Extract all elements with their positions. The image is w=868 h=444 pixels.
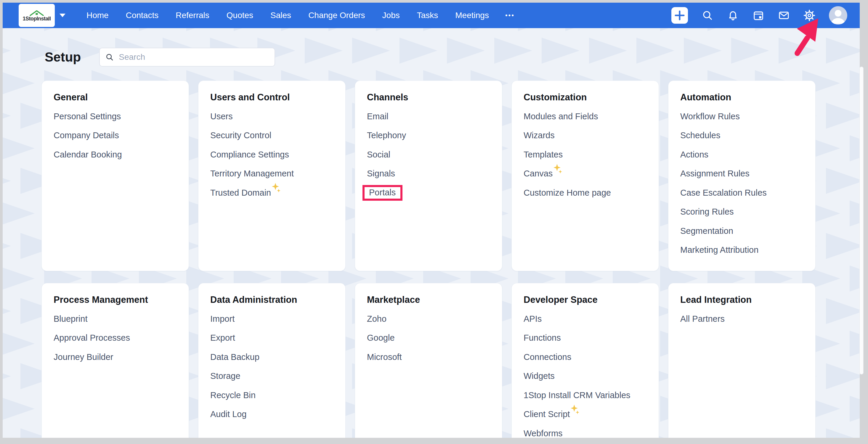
setup-item-blueprint[interactable]: Blueprint — [54, 309, 177, 328]
setup-item-wizards[interactable]: Wizards — [524, 126, 647, 145]
search-icon[interactable] — [702, 9, 713, 21]
item-label: Modules and Fields — [524, 112, 598, 121]
nav-icons — [671, 6, 860, 25]
card-automation: AutomationWorkflow RulesSchedulesActions… — [668, 81, 815, 271]
setup-item-customize-home-page[interactable]: Customize Home page — [524, 183, 647, 202]
setup-item-zoho[interactable]: Zoho — [367, 309, 490, 328]
setup-item-journey-builder[interactable]: Journey Builder — [54, 348, 177, 367]
setup-item-functions[interactable]: Functions — [524, 328, 647, 348]
setup-item-case-escalation-rules[interactable]: Case Escalation Rules — [680, 183, 803, 202]
setup-item-company-details[interactable]: Company Details — [54, 126, 177, 145]
item-label: 1Stop Install CRM Variables — [524, 390, 630, 400]
setup-item-marketing-attribution[interactable]: Marketing Attribution — [680, 241, 803, 260]
setup-item-import[interactable]: Import — [210, 309, 334, 328]
item-label: Webforms — [524, 429, 563, 438]
item-label: Storage — [210, 371, 241, 381]
setup-item-schedules[interactable]: Schedules — [680, 126, 803, 145]
setup-item-google[interactable]: Google — [367, 328, 490, 348]
setup-item-social[interactable]: Social — [367, 145, 490, 164]
item-label: Schedules — [680, 130, 720, 140]
page-title: Setup — [45, 50, 81, 65]
org-switcher-caret-icon[interactable] — [60, 13, 65, 17]
setup-item-microsoft[interactable]: Microsoft — [367, 348, 490, 367]
nav-links: HomeContactsReferralsQuotesSalesChange O… — [78, 11, 498, 20]
setup-item-actions[interactable]: Actions — [680, 145, 803, 164]
setup-item-1stop-install-crm-variables[interactable]: 1Stop Install CRM Variables — [524, 386, 647, 405]
card-title-developer-space: Developer Space — [524, 294, 647, 306]
setup-item-recycle-bin[interactable]: Recycle Bin — [210, 386, 334, 405]
setup-item-territory-management[interactable]: Territory Management — [210, 164, 334, 184]
item-label: Journey Builder — [54, 352, 114, 362]
card-list: Modules and FieldsWizardsTemplatesCanvas… — [524, 107, 647, 202]
setup-item-data-backup[interactable]: Data Backup — [210, 348, 334, 367]
logo-text: 1StopInstall — [23, 16, 51, 21]
setup-item-segmentation[interactable]: Segmentation — [680, 221, 803, 241]
calendar-icon[interactable] — [752, 9, 764, 21]
mail-icon[interactable] — [778, 9, 790, 21]
setup-item-widgets[interactable]: Widgets — [524, 367, 647, 386]
nav-link-home[interactable]: Home — [78, 11, 117, 20]
sparkle-icon — [554, 164, 562, 173]
item-label: Signals — [367, 169, 395, 179]
scrollbar-thumb[interactable] — [860, 67, 864, 375]
setup-item-all-partners[interactable]: All Partners — [680, 309, 803, 328]
nav-link-contacts[interactable]: Contacts — [117, 11, 167, 20]
item-label: Audit Log — [210, 409, 247, 419]
setup-item-portals[interactable]: Portals — [367, 183, 490, 202]
card-marketplace: MarketplaceZohoGoogleMicrosoft — [355, 283, 502, 438]
setup-item-trusted-domain[interactable]: Trusted Domain — [210, 183, 334, 202]
setup-item-webforms[interactable]: Webforms — [524, 424, 647, 438]
item-label: APIs — [524, 314, 541, 324]
setup-item-security-control[interactable]: Security Control — [210, 126, 334, 145]
nav-link-meetings[interactable]: Meetings — [446, 11, 498, 20]
setup-item-connections[interactable]: Connections — [524, 348, 647, 367]
setup-item-personal-settings[interactable]: Personal Settings — [54, 107, 177, 126]
setup-item-workflow-rules[interactable]: Workflow Rules — [680, 107, 803, 126]
setup-item-assignment-rules[interactable]: Assignment Rules — [680, 164, 803, 184]
setup-item-client-script[interactable]: Client Script — [524, 405, 647, 424]
nav-link-sales[interactable]: Sales — [262, 11, 300, 20]
nav-link-quotes[interactable]: Quotes — [218, 11, 262, 20]
avatar-silhouette-icon — [829, 6, 847, 25]
card-title-data-administration: Data Administration — [210, 294, 334, 306]
card-general: GeneralPersonal SettingsCompany DetailsC… — [41, 81, 189, 271]
item-label: Approval Processes — [54, 333, 130, 343]
nav-link-tasks[interactable]: Tasks — [408, 11, 447, 20]
setup-item-compliance-settings[interactable]: Compliance Settings — [210, 145, 334, 164]
setup-item-audit-log[interactable]: Audit Log — [210, 405, 334, 424]
item-label: Import — [210, 314, 235, 324]
create-record-icon[interactable] — [671, 7, 688, 24]
setup-item-templates[interactable]: Templates — [524, 145, 647, 164]
nav-more-button[interactable]: ••• — [498, 11, 522, 19]
setup-item-export[interactable]: Export — [210, 328, 334, 348]
card-list: BlueprintApproval ProcessesJourney Build… — [54, 309, 177, 367]
setup-item-modules-and-fields[interactable]: Modules and Fields — [524, 107, 647, 126]
item-label: Blueprint — [54, 314, 87, 324]
setup-item-email[interactable]: Email — [367, 107, 490, 126]
setup-item-telephony[interactable]: Telephony — [367, 126, 490, 145]
setup-item-signals[interactable]: Signals — [367, 164, 490, 184]
item-label: Google — [367, 333, 395, 343]
nav-link-change-orders[interactable]: Change Orders — [300, 11, 373, 20]
org-logo[interactable]: 1StopInstall — [19, 4, 55, 27]
card-data-administration: Data AdministrationImportExportData Back… — [198, 283, 346, 438]
setup-item-calendar-booking[interactable]: Calendar Booking — [54, 145, 177, 164]
setup-item-users[interactable]: Users — [210, 107, 334, 126]
notifications-bell-icon[interactable] — [727, 9, 739, 21]
setup-item-approval-processes[interactable]: Approval Processes — [54, 328, 177, 348]
logo-roof-icon — [27, 9, 46, 16]
card-list: All Partners — [680, 309, 803, 328]
nav-link-jobs[interactable]: Jobs — [374, 11, 408, 20]
settings-gear-icon[interactable] — [803, 9, 815, 21]
user-avatar[interactable] — [829, 6, 847, 25]
card-channels: ChannelsEmailTelephonySocialSignalsPorta… — [355, 81, 502, 271]
setup-item-storage[interactable]: Storage — [210, 367, 334, 386]
setup-item-apis[interactable]: APIs — [524, 309, 647, 328]
setup-item-scoring-rules[interactable]: Scoring Rules — [680, 202, 803, 222]
item-label: Personal Settings — [54, 112, 121, 121]
setup-item-canvas[interactable]: Canvas — [524, 164, 647, 184]
nav-link-referrals[interactable]: Referrals — [167, 11, 218, 20]
item-label: Calendar Booking — [54, 150, 122, 160]
search-input[interactable] — [118, 52, 269, 62]
card-list: UsersSecurity ControlCompliance Settings… — [210, 107, 334, 202]
